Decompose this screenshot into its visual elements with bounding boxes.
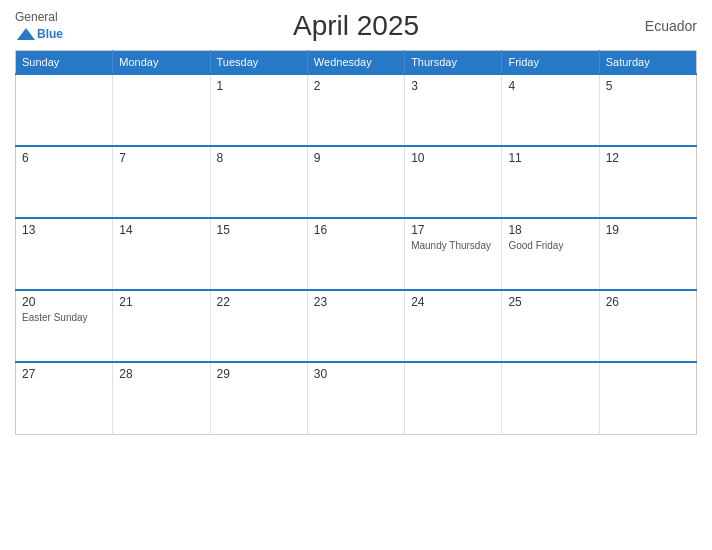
day-number: 24 xyxy=(411,295,495,309)
page-title: April 2025 xyxy=(95,10,617,42)
day-number: 11 xyxy=(508,151,592,165)
day-number: 5 xyxy=(606,79,690,93)
calendar-event: Maundy Thursday xyxy=(411,239,495,252)
calendar-cell: 10 xyxy=(405,146,502,218)
calendar-cell xyxy=(113,74,210,146)
calendar-cell: 14 xyxy=(113,218,210,290)
calendar-cell xyxy=(405,362,502,434)
logo-triangle xyxy=(15,26,37,42)
calendar-cell: 28 xyxy=(113,362,210,434)
calendar-cell: 5 xyxy=(599,74,696,146)
calendar-cell: 26 xyxy=(599,290,696,362)
calendar-cell: 15 xyxy=(210,218,307,290)
calendar-cell: 30 xyxy=(307,362,404,434)
day-number: 16 xyxy=(314,223,398,237)
calendar-cell: 25 xyxy=(502,290,599,362)
day-number: 8 xyxy=(217,151,301,165)
day-number: 19 xyxy=(606,223,690,237)
day-number: 25 xyxy=(508,295,592,309)
calendar-cell: 24 xyxy=(405,290,502,362)
calendar-cell: 16 xyxy=(307,218,404,290)
weekday-header: Wednesday xyxy=(307,51,404,75)
calendar-cell xyxy=(16,74,113,146)
day-number: 7 xyxy=(119,151,203,165)
day-number: 6 xyxy=(22,151,106,165)
calendar-week-row: 27282930 xyxy=(16,362,697,434)
calendar-cell: 20Easter Sunday xyxy=(16,290,113,362)
day-number: 15 xyxy=(217,223,301,237)
calendar-cell: 18Good Friday xyxy=(502,218,599,290)
calendar-page: General Blue April 2025Ecuador SundayMon… xyxy=(0,0,712,550)
logo: General Blue xyxy=(15,10,95,42)
day-number: 1 xyxy=(217,79,301,93)
calendar-week-row: 1314151617Maundy Thursday18Good Friday19 xyxy=(16,218,697,290)
weekday-header-row: SundayMondayTuesdayWednesdayThursdayFrid… xyxy=(16,51,697,75)
day-number: 12 xyxy=(606,151,690,165)
calendar-cell: 17Maundy Thursday xyxy=(405,218,502,290)
day-number: 18 xyxy=(508,223,592,237)
svg-marker-0 xyxy=(17,28,35,40)
calendar-cell: 19 xyxy=(599,218,696,290)
day-number: 28 xyxy=(119,367,203,381)
day-number: 21 xyxy=(119,295,203,309)
day-number: 30 xyxy=(314,367,398,381)
calendar-cell: 27 xyxy=(16,362,113,434)
day-number: 9 xyxy=(314,151,398,165)
calendar-week-row: 6789101112 xyxy=(16,146,697,218)
logo-general-text: General xyxy=(15,10,58,24)
calendar-cell: 2 xyxy=(307,74,404,146)
weekday-header: Tuesday xyxy=(210,51,307,75)
calendar-table: SundayMondayTuesdayWednesdayThursdayFrid… xyxy=(15,50,697,435)
calendar-cell: 9 xyxy=(307,146,404,218)
calendar-cell xyxy=(502,362,599,434)
calendar-cell xyxy=(599,362,696,434)
calendar-cell: 21 xyxy=(113,290,210,362)
day-number: 23 xyxy=(314,295,398,309)
logo-blue-text: Blue xyxy=(37,27,63,41)
calendar-cell: 23 xyxy=(307,290,404,362)
day-number: 2 xyxy=(314,79,398,93)
page-header: General Blue April 2025Ecuador xyxy=(15,10,697,42)
day-number: 22 xyxy=(217,295,301,309)
day-number: 27 xyxy=(22,367,106,381)
calendar-week-row: 20Easter Sunday212223242526 xyxy=(16,290,697,362)
calendar-cell: 22 xyxy=(210,290,307,362)
calendar-week-row: 12345 xyxy=(16,74,697,146)
weekday-header: Sunday xyxy=(16,51,113,75)
day-number: 10 xyxy=(411,151,495,165)
weekday-header: Saturday xyxy=(599,51,696,75)
calendar-cell: 3 xyxy=(405,74,502,146)
day-number: 14 xyxy=(119,223,203,237)
day-number: 17 xyxy=(411,223,495,237)
calendar-event: Easter Sunday xyxy=(22,311,106,324)
weekday-header: Thursday xyxy=(405,51,502,75)
weekday-header: Monday xyxy=(113,51,210,75)
day-number: 29 xyxy=(217,367,301,381)
calendar-cell: 13 xyxy=(16,218,113,290)
calendar-cell: 4 xyxy=(502,74,599,146)
calendar-cell: 12 xyxy=(599,146,696,218)
day-number: 26 xyxy=(606,295,690,309)
day-number: 20 xyxy=(22,295,106,309)
calendar-event: Good Friday xyxy=(508,239,592,252)
calendar-cell: 7 xyxy=(113,146,210,218)
calendar-cell: 1 xyxy=(210,74,307,146)
calendar-cell: 11 xyxy=(502,146,599,218)
weekday-header: Friday xyxy=(502,51,599,75)
calendar-cell: 8 xyxy=(210,146,307,218)
calendar-cell: 29 xyxy=(210,362,307,434)
calendar-cell: 6 xyxy=(16,146,113,218)
day-number: 4 xyxy=(508,79,592,93)
day-number: 13 xyxy=(22,223,106,237)
country-label: Ecuador xyxy=(617,18,697,34)
day-number: 3 xyxy=(411,79,495,93)
